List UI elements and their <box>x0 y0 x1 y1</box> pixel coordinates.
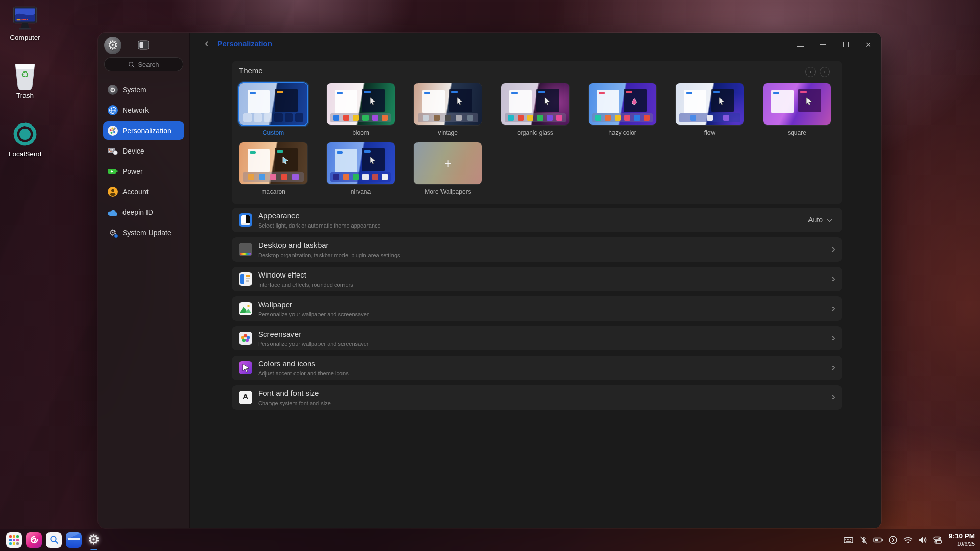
theme-thumbnail <box>501 83 569 125</box>
minimize-button[interactable] <box>815 37 831 52</box>
appearance-icon <box>239 213 252 227</box>
row-window-effect[interactable]: Window effect Interface and effects, rou… <box>232 267 842 291</box>
row-wallpaper[interactable]: Wallpaper Personalize your wallpaper and… <box>232 296 842 321</box>
theme-option-macaron[interactable]: macaron <box>239 142 307 195</box>
battery-icon[interactable] <box>873 534 884 545</box>
desktop-taskbar-icon <box>239 243 252 256</box>
uos-ai-icon[interactable] <box>888 534 899 545</box>
chevron-right-icon: › <box>831 302 835 314</box>
desktop-icon-label: Trash <box>1 92 50 99</box>
search-input[interactable]: Search <box>104 57 183 71</box>
row-screensaver[interactable]: Screensaver Personalize your wallpaper a… <box>232 326 842 350</box>
chevron-left-icon: ‹ <box>810 68 812 76</box>
sidebar-item-device[interactable]: Device <box>103 142 184 160</box>
theme-option-square[interactable]: square <box>763 83 831 136</box>
theme-thumbnail <box>239 142 307 184</box>
theme-option-custom[interactable]: Custom <box>239 83 307 136</box>
theme-thumbnail <box>239 83 307 125</box>
search-icon <box>128 61 135 68</box>
theme-option-vintage[interactable]: vintage <box>414 83 482 136</box>
maximize-icon <box>843 42 849 47</box>
theme-option-bloom[interactable]: bloom <box>327 83 395 136</box>
theme-option-hazy-color[interactable]: hazy color <box>589 83 656 136</box>
appearance-dropdown[interactable]: Auto <box>808 216 831 224</box>
close-icon: × <box>865 40 871 49</box>
cloud-icon <box>108 207 118 217</box>
quick-settings-toggles-icon[interactable] <box>932 534 943 545</box>
date: 10/6/25 <box>949 541 975 547</box>
theme-thumbnail <box>589 83 656 125</box>
sidebar-nav: ⚙ System Network <box>103 81 184 242</box>
sidebar-item-deepin-id[interactable]: deepin ID <box>103 203 184 221</box>
chevron-right-icon: › <box>831 361 835 373</box>
search-placeholder: Search <box>138 61 159 68</box>
sidebar-toggle-icon[interactable] <box>138 40 149 50</box>
keyboard-icon[interactable] <box>843 534 854 545</box>
settings-app-logo-gear-icon: ⚙ <box>104 37 121 54</box>
theme-prev-button[interactable]: ‹ <box>805 67 816 77</box>
personalization-icon <box>108 126 118 136</box>
sidebar-item-account[interactable]: Account <box>103 183 184 201</box>
sidebar-item-personalization[interactable]: Personalization <box>103 121 184 140</box>
wallpaper-icon <box>239 302 252 315</box>
system-icon: ⚙ <box>108 85 118 95</box>
bluetooth-off-icon[interactable] <box>858 534 869 545</box>
maximize-button[interactable] <box>838 37 854 52</box>
desktop-icon-localsend[interactable]: LocalSend <box>1 120 50 158</box>
system-tray: 9:10 PM 10/6/25 <box>843 532 980 547</box>
theme-option-nirvana[interactable]: nirvana <box>327 142 395 195</box>
row-appearance[interactable]: Appearance Select light, dark or automat… <box>232 208 842 232</box>
desktop-icon-computer[interactable]: Computer <box>1 6 50 41</box>
theme-option-more-wallpapers[interactable]: + More Wallpapers <box>414 142 482 195</box>
chevron-right-icon: › <box>831 390 835 403</box>
wifi-icon[interactable] <box>902 534 914 545</box>
volume-icon[interactable] <box>917 534 928 545</box>
sidebar-item-system-update[interactable]: ⚙ System Update <box>103 223 184 242</box>
file-manager-icon[interactable] <box>66 532 82 548</box>
sidebar: ⚙ Search ⚙ System <box>98 33 190 528</box>
close-button[interactable]: × <box>860 37 876 52</box>
theme-option-organic-glass[interactable]: organic glass <box>501 83 569 136</box>
grand-search-icon[interactable] <box>46 532 62 548</box>
row-colors-and-icons[interactable]: Colors and icons Adjust accent color and… <box>232 356 842 380</box>
font-icon: A <box>239 391 252 404</box>
back-button[interactable]: ‹ <box>199 37 214 52</box>
active-app-indicator <box>90 549 97 550</box>
main-pane: ‹ Personalization × Theme ‹ › Custom <box>190 33 881 528</box>
power-icon <box>108 166 118 177</box>
system-update-icon: ⚙ <box>108 228 118 238</box>
launcher-icon[interactable] <box>6 532 22 548</box>
theme-thumbnail <box>327 83 395 125</box>
time: 9:10 PM <box>949 532 975 541</box>
theme-thumbnail <box>763 83 831 125</box>
taskbar-app-area: ⚙ <box>0 532 102 548</box>
desktop-icon-trash[interactable]: ♻ Trash <box>1 62 50 99</box>
plus-icon: + <box>414 142 482 184</box>
theme-next-button[interactable]: › <box>820 67 830 77</box>
row-desktop-and-taskbar[interactable]: Desktop and taskbar Desktop organization… <box>232 237 842 262</box>
row-font-and-font-size[interactable]: A Font and font size Change system font … <box>232 385 842 410</box>
colors-icons-icon <box>239 361 252 374</box>
localsend-icon <box>11 120 39 148</box>
device-icon <box>108 146 118 156</box>
minimize-icon <box>820 44 826 45</box>
clock[interactable]: 9:10 PM 10/6/25 <box>949 532 975 547</box>
chevron-right-icon: › <box>831 242 835 255</box>
theme-option-flow[interactable]: flow <box>676 83 744 136</box>
taskbar: ⚙ <box>0 529 980 551</box>
sidebar-item-system[interactable]: ⚙ System <box>103 81 184 99</box>
desktop-icon-label: LocalSend <box>1 150 50 158</box>
theme-thumbnail <box>676 83 744 125</box>
chevron-down-icon <box>827 216 832 222</box>
window-menu-button[interactable] <box>793 37 809 52</box>
titlebar[interactable]: ‹ Personalization × <box>190 33 881 56</box>
theme-section-title: Theme <box>239 66 263 75</box>
control-center-icon[interactable]: ⚙ <box>86 532 102 548</box>
control-center-window: ⚙ Search ⚙ System <box>98 33 881 528</box>
computer-icon <box>12 6 38 32</box>
hamburger-icon <box>797 42 804 47</box>
sidebar-item-power[interactable]: Power <box>103 162 184 181</box>
app-store-icon[interactable] <box>26 532 42 548</box>
network-icon <box>108 105 118 115</box>
sidebar-item-network[interactable]: Network <box>103 101 184 119</box>
